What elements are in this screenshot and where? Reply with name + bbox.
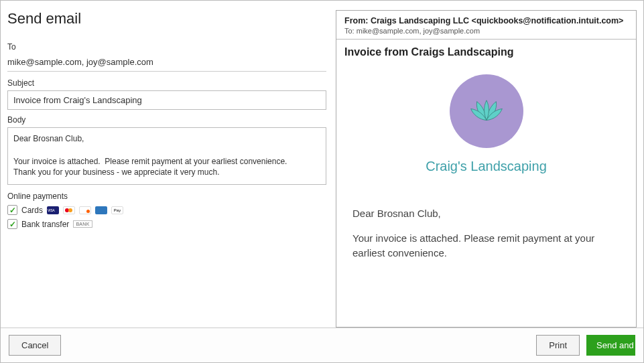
company-name: Craig's Landscaping — [352, 159, 620, 174]
subject-label: Subject — [7, 78, 326, 88]
bank-icon: BANK — [73, 220, 92, 228]
preview-from: From: Craigs Landscaping LLC <quickbooks… — [344, 16, 628, 25]
email-preview: From: Craigs Landscaping LLC <quickbooks… — [336, 10, 637, 328]
amex-icon — [95, 206, 107, 214]
preview-greeting: Dear Brosnan Club, — [352, 206, 620, 222]
send-button[interactable]: Send and close — [586, 335, 635, 356]
discover-icon — [79, 206, 91, 214]
cancel-button[interactable]: Cancel — [9, 335, 61, 356]
body-textarea[interactable] — [7, 127, 326, 185]
print-button[interactable]: Print — [536, 335, 580, 356]
applepay-icon — [111, 206, 123, 214]
online-payments-label: Online payments — [7, 192, 326, 201]
visa-icon — [47, 206, 59, 214]
bank-checkbox[interactable]: ✓ — [7, 219, 17, 229]
preview-body: Dear Brosnan Club, Your invoice is attac… — [352, 206, 620, 261]
footer-right: Print Send and close — [536, 335, 635, 356]
preview-header: From: Craigs Landscaping LLC <quickbooks… — [336, 11, 636, 40]
to-label: To — [7, 42, 326, 52]
modal-title: Send email — [7, 10, 326, 27]
modal-footer: Cancel Print Send and close — [1, 328, 643, 362]
preview-line1: Your invoice is attached. Please remit p… — [352, 231, 620, 261]
bank-option: ✓ Bank transfer BANK — [7, 219, 326, 229]
to-field[interactable]: mike@sample.com, joy@sample.com — [7, 54, 326, 72]
company-logo — [450, 74, 523, 148]
preview-to: To: mike@sample.com, joy@sample.com — [344, 27, 628, 35]
modal-body: Send email To mike@sample.com, joy@sampl… — [1, 1, 643, 328]
cards-label: Cards — [21, 206, 43, 215]
preview-panel: From: Craigs Landscaping LLC <quickbooks… — [336, 10, 637, 328]
preview-content: Craig's Landscaping Dear Brosnan Club, Y… — [336, 62, 636, 277]
preview-subject: Invoice from Craigs Landscaping — [336, 40, 636, 62]
subject-input[interactable] — [7, 90, 326, 110]
cards-checkbox[interactable]: ✓ — [7, 205, 17, 215]
cards-option: ✓ Cards — [7, 205, 326, 215]
body-label: Body — [7, 115, 326, 125]
mastercard-icon — [63, 206, 75, 214]
send-email-modal: Send email To mike@sample.com, joy@sampl… — [0, 0, 644, 363]
bank-label: Bank transfer — [21, 220, 69, 229]
form-panel: Send email To mike@sample.com, joy@sampl… — [7, 10, 336, 328]
lotus-icon — [462, 87, 511, 135]
